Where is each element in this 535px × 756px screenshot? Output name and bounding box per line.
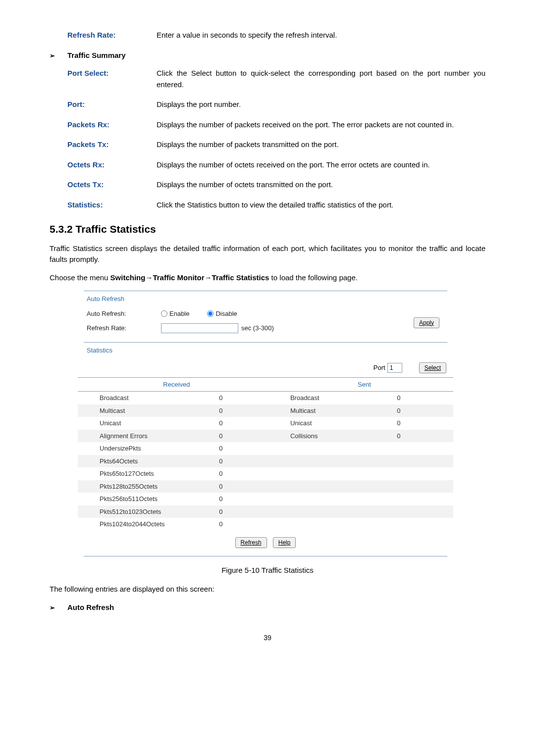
cell-label: Broadcast: [275, 392, 394, 404]
def-label: Port Select:: [67, 68, 157, 90]
cell-label: Alignment Errors: [78, 430, 216, 443]
def-packets-rx: Packets Rx: Displays the number of packe…: [67, 119, 485, 131]
cell-value: 0: [394, 404, 453, 417]
cell-value: 0: [216, 417, 275, 430]
cell-value: 0: [394, 417, 453, 430]
table-row: Pkts64Octets 0: [78, 455, 453, 468]
col-received: Received: [78, 377, 275, 392]
table-row: UndersizePkts 0: [78, 442, 453, 455]
figure-panel: Auto Refresh Auto Refresh: Enable Disabl…: [77, 290, 454, 557]
cell-value: 0: [216, 392, 275, 404]
cell-label: Collisions: [275, 430, 394, 443]
cell-label: Pkts512to1023Octets: [78, 505, 216, 518]
col-sent: Sent: [275, 377, 453, 392]
def-desc: Displays the number of packets transmitt…: [157, 139, 485, 151]
def-desc: Displays the number of packets received …: [157, 119, 485, 131]
heading-traffic-statistics: 5.3.2 Traffic Statistics: [50, 221, 485, 237]
section-traffic-summary: ➢ Traffic Summary: [50, 50, 485, 61]
cell-value: 0: [216, 442, 275, 455]
def-port-select: Port Select: Click the Select button to …: [67, 68, 485, 90]
table-row: Broadcast 0 Broadcast 0: [78, 392, 453, 404]
def-octets-tx: Octets Tx: Displays the number of octets…: [67, 179, 485, 191]
table-row: Multicast 0 Multicast 0: [78, 404, 453, 417]
cell-value: 0: [216, 518, 275, 531]
radio-enable-label[interactable]: Enable: [161, 309, 189, 319]
def-desc: Click the Select button to quick-select …: [157, 68, 485, 90]
page-number: 39: [50, 633, 485, 643]
port-input[interactable]: [387, 363, 402, 373]
table-row: Pkts512to1023Octets 0: [78, 505, 453, 518]
section-title: Auto Refresh: [67, 602, 114, 613]
def-desc: Displays the number of octets transmitte…: [157, 179, 485, 191]
def-packets-tx: Packets Tx: Displays the number of packe…: [67, 139, 485, 151]
statistics-table: Received Sent Broadcast 0 Broadcast 0 Mu…: [78, 377, 453, 531]
cell-value: 0: [216, 455, 275, 468]
cell-value: 0: [394, 392, 453, 404]
def-octets-rx: Octets Rx: Displays the number of octets…: [67, 159, 485, 171]
def-label: Packets Rx:: [67, 119, 157, 131]
figure-caption: Figure 5-10 Traffic Statistics: [50, 565, 485, 576]
cell-value: 0: [394, 430, 453, 443]
def-refresh-rate: Refresh Rate: Enter a value in seconds t…: [67, 30, 485, 41]
select-button[interactable]: Select: [419, 362, 446, 373]
section-title: Traffic Summary: [67, 50, 126, 61]
cell-label: Pkts64Octets: [78, 455, 216, 468]
cell-label: Pkts128to255Octets: [78, 480, 216, 493]
def-label: Octets Tx:: [67, 179, 157, 191]
cell-value: 0: [216, 404, 275, 417]
cell-label: Pkts1024to2044Octets: [78, 518, 216, 531]
def-label: Refresh Rate:: [67, 30, 157, 41]
apply-button[interactable]: Apply: [414, 317, 439, 328]
radio-disable-label[interactable]: Disable: [207, 309, 237, 319]
def-desc: Enter a value in seconds to specify the …: [157, 30, 485, 41]
cell-label: Multicast: [78, 404, 216, 417]
cell-label: Unicast: [275, 417, 394, 430]
paragraph: The following entries are displayed on t…: [50, 584, 485, 595]
cell-label: UndersizePkts: [78, 442, 216, 455]
panel-title-statistics: Statistics: [78, 343, 453, 358]
menu-path: Switching→Traffic Monitor→Traffic Statis…: [110, 273, 269, 282]
def-label: Statistics:: [67, 200, 157, 211]
table-row: Pkts256to511Octets 0: [78, 493, 453, 505]
def-desc: Displays the port number.: [157, 99, 485, 110]
table-row: Unicast 0 Unicast 0: [78, 417, 453, 430]
radio-disable[interactable]: [207, 310, 214, 317]
text: Choose the menu: [50, 273, 110, 282]
section-auto-refresh: ➢ Auto Refresh: [50, 602, 485, 613]
cell-value: 0: [216, 467, 275, 480]
help-button[interactable]: Help: [273, 537, 296, 548]
cell-value: 0: [216, 480, 275, 493]
def-label: Port:: [67, 99, 157, 110]
radio-disable-text: Disable: [215, 309, 237, 319]
bullet-arrow-icon: ➢: [50, 603, 67, 613]
def-label: Packets Tx:: [67, 139, 157, 151]
table-row: Pkts1024to2044Octets 0: [78, 518, 453, 531]
def-statistics: Statistics: Click the Statistics button …: [67, 200, 485, 211]
cell-value: 0: [216, 430, 275, 443]
radio-enable-text: Enable: [169, 309, 189, 319]
refresh-rate-input[interactable]: [161, 323, 238, 333]
refresh-button[interactable]: Refresh: [235, 537, 267, 548]
cell-label: Unicast: [78, 417, 216, 430]
table-row: Pkts65to127Octets 0: [78, 467, 453, 480]
sec-suffix: sec (3-300): [241, 323, 274, 333]
cell-label: Pkts256to511Octets: [78, 493, 216, 505]
table-row: Pkts128to255Octets 0: [78, 480, 453, 493]
port-label: Port: [374, 363, 385, 373]
refresh-rate-label: Refresh Rate:: [87, 323, 161, 333]
cell-value: 0: [216, 493, 275, 505]
paragraph: Choose the menu Switching→Traffic Monito…: [50, 272, 485, 284]
bullet-arrow-icon: ➢: [50, 51, 67, 61]
panel-title-auto-refresh: Auto Refresh: [78, 291, 453, 307]
cell-label: Multicast: [275, 404, 394, 417]
def-port: Port: Displays the port number.: [67, 99, 485, 110]
radio-enable[interactable]: [161, 310, 167, 317]
text: to load the following page.: [269, 273, 357, 282]
cell-value: 0: [216, 505, 275, 518]
def-desc: Click the Statistics button to view the …: [157, 200, 485, 211]
cell-label: Pkts65to127Octets: [78, 467, 216, 480]
def-desc: Displays the number of octets received o…: [157, 159, 485, 171]
table-row: Alignment Errors 0 Collisions 0: [78, 430, 453, 443]
auto-refresh-label: Auto Refresh:: [87, 309, 161, 319]
cell-label: Broadcast: [78, 392, 216, 404]
